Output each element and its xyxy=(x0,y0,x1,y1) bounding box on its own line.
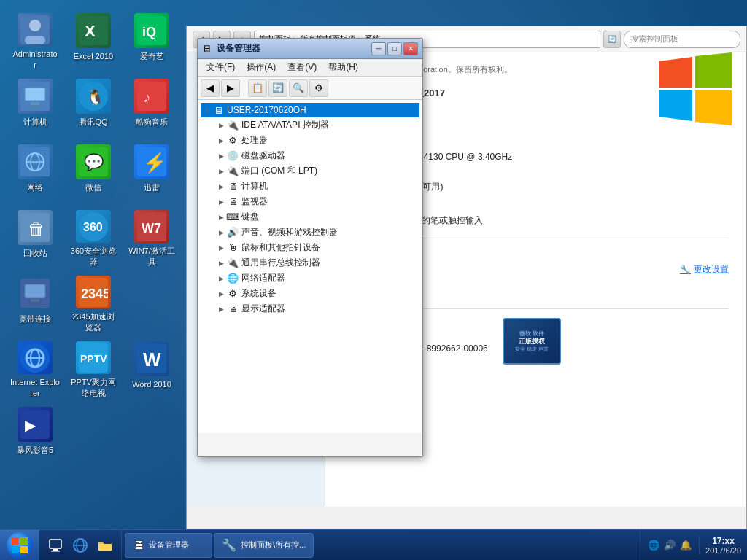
desktop-icon-iqiyi[interactable]: iQ 爱奇艺 xyxy=(124,7,179,73)
tray-network-icon[interactable]: 🌐 xyxy=(646,538,661,553)
menu-view[interactable]: 查看(V) xyxy=(282,60,322,75)
desktop-icon-excel[interactable]: X Excel 2010 xyxy=(66,7,121,73)
network-label: 网络 xyxy=(27,182,43,192)
wechat-label: 微信 xyxy=(85,182,101,192)
svg-rect-46 xyxy=(20,537,28,545)
start-button[interactable] xyxy=(0,530,39,561)
quick-launch xyxy=(39,530,122,560)
desktop-icon-computer[interactable]: 计算机 xyxy=(7,73,63,139)
tree-item-network[interactable]: ▶ 🌐 网络适配器 xyxy=(215,271,419,286)
start-orb xyxy=(7,532,33,559)
iqiyi-icon: iQ xyxy=(134,13,169,48)
tree-item-sound[interactable]: ▶ 🔊 声音、视频和游戏控制器 xyxy=(215,225,419,240)
win7tools-label: WIN7/激活工具 xyxy=(127,246,177,267)
taskbar-item-devmgr[interactable]: 🖥 设备管理器 xyxy=(125,533,212,558)
desktop-icon-administrator[interactable]: Administrator xyxy=(7,7,63,73)
tree-label-system: 系统设备 xyxy=(241,287,276,300)
devmgr-tree-content[interactable]: ▼ 🖥 USER-20170620OH ▶ 🔌 IDE ATA/ATAPI 控制… xyxy=(198,100,422,433)
tree-expand-computer: ▶ xyxy=(215,181,227,192)
broadband-label: 宽带连接 xyxy=(19,314,51,324)
change-settings-button[interactable]: 🔧 更改设置 xyxy=(680,263,729,276)
svg-rect-47 xyxy=(12,546,19,553)
taskbar-cp-icon: 🔧 xyxy=(222,538,236,552)
desktop-icons-container: Administrator X Excel 2010 iQ 爱奇艺 xyxy=(7,7,182,467)
close-button[interactable]: ✕ xyxy=(403,42,418,55)
tree-root[interactable]: ▼ 🖥 USER-20170620OH xyxy=(201,103,419,117)
ql-show-desktop[interactable] xyxy=(44,534,67,557)
windows-logo xyxy=(659,52,732,125)
desktop-icon-xunlei[interactable]: ⚡ 迅雷 xyxy=(124,139,179,204)
window-controls: ─ □ ✕ xyxy=(371,42,418,55)
tree-item-system[interactable]: ▶ ⚙ 系统设备 xyxy=(215,286,419,301)
toolbar-settings[interactable]: ⚙ xyxy=(309,79,328,97)
toolbar-back[interactable]: ◀ xyxy=(201,79,220,97)
desktop-icon-360[interactable]: 360 360安全浏览器 xyxy=(66,204,121,270)
svg-point-1 xyxy=(29,20,41,31)
search-bar[interactable]: 搜索控制面板 xyxy=(624,31,740,48)
tree-item-monitor[interactable]: ▶ 🖥 监视器 xyxy=(215,194,419,209)
clock-area[interactable]: 17:xx 2017/6/20 xyxy=(699,536,747,555)
tree-item-computer[interactable]: ▶ 🖥 计算机 xyxy=(215,179,419,194)
menu-action[interactable]: 操作(A) xyxy=(241,60,282,75)
tree-children: ▶ 🔌 IDE ATA/ATAPI 控制器 ▶ ⚙ 处理器 ▶ 💿 磁盘驱动器 … xyxy=(201,117,419,316)
menu-file[interactable]: 文件(F) xyxy=(201,60,241,75)
tree-expand-display: ▶ xyxy=(215,303,227,315)
toolbar-forward[interactable]: ▶ xyxy=(221,79,240,97)
change-settings-label: 更改设置 xyxy=(694,263,729,276)
desktop-icon-wechat[interactable]: 💬 微信 xyxy=(66,139,121,204)
device-manager-window: 🖥 设备管理器 ─ □ ✕ 文件(F) 操作(A) 查看(V) 帮助(H) ◀ … xyxy=(197,38,423,457)
svg-rect-32 xyxy=(28,302,42,304)
wechat-icon: 💬 xyxy=(76,144,111,179)
minimize-button[interactable]: ─ xyxy=(371,42,386,55)
ql-folder[interactable] xyxy=(93,534,117,557)
tree-icon-keyboard: ⌨ xyxy=(227,211,239,223)
svg-rect-2 xyxy=(25,36,45,44)
tree-label-display: 显示适配器 xyxy=(241,303,285,315)
tray-volume-icon[interactable]: 🔊 xyxy=(662,538,677,553)
tree-item-usb[interactable]: ▶ 🔌 通用串行总线控制器 xyxy=(215,255,419,271)
menu-help[interactable]: 帮助(H) xyxy=(322,60,364,75)
toolbar-scan[interactable]: 🔍 xyxy=(289,79,308,97)
excel-label: Excel 2010 xyxy=(74,51,113,61)
tree-item-display[interactable]: ▶ 🖥 显示适配器 xyxy=(215,301,419,316)
desktop-icon-recycle[interactable]: 🗑 回收站 xyxy=(7,204,63,270)
svg-text:X: X xyxy=(85,22,96,40)
svg-rect-9 xyxy=(31,102,39,105)
desktop-icon-manfen[interactable]: ▶ 暴风影音5 xyxy=(7,401,63,467)
tree-item-ide[interactable]: ▶ 🔌 IDE ATA/ATAPI 控制器 xyxy=(215,117,419,133)
tree-label-sound: 声音、视频和游戏控制器 xyxy=(241,226,338,238)
tree-label-network: 网络适配器 xyxy=(241,272,285,284)
desktop-icon-kuwo[interactable]: ♪ 酷狗音乐 xyxy=(124,73,179,139)
ql-ie[interactable] xyxy=(69,534,92,557)
desktop-icon-pptv[interactable]: PPTV PPTV聚力网络电视 xyxy=(66,335,121,401)
desktop-icon-ie[interactable]: Internet Explorer xyxy=(7,335,63,401)
tree-item-port[interactable]: ▶ 🔌 端口 (COM 和 LPT) xyxy=(215,163,419,179)
refresh-button[interactable]: 🔄 xyxy=(603,31,621,48)
desktop-icon-word2010[interactable]: W Word 2010 xyxy=(124,335,179,401)
svg-rect-55 xyxy=(98,544,112,551)
desktop-icon-broadband[interactable]: 宽带连接 xyxy=(7,270,63,335)
qq-icon: 🐧 xyxy=(76,79,111,114)
tree-expand-root: ▼ xyxy=(201,104,212,116)
2345-icon: 2345 xyxy=(76,276,111,308)
toolbar-update[interactable]: 🔄 xyxy=(268,79,287,97)
tree-label-disk: 磁盘驱动器 xyxy=(241,149,285,162)
maximize-button[interactable]: □ xyxy=(387,42,402,55)
tree-item-keyboard[interactable]: ▶ ⌨ 键盘 xyxy=(215,209,419,225)
tree-expand-network: ▶ xyxy=(215,273,227,284)
svg-text:iQ: iQ xyxy=(142,25,156,39)
toolbar-sep-1 xyxy=(244,81,244,96)
tray-notification-icon[interactable]: 🔔 xyxy=(678,538,693,553)
tree-icon-computer: 🖥 xyxy=(227,181,239,192)
tree-label-monitor: 监视器 xyxy=(241,195,268,208)
taskbar-item-controlpanel[interactable]: 🔧 控制面板\所有控... xyxy=(214,533,314,558)
desktop-icon-2345[interactable]: 2345 2345加速浏览器 xyxy=(66,270,121,335)
tree-item-processor[interactable]: ▶ ⚙ 处理器 xyxy=(215,133,419,148)
tree-item-mouse[interactable]: ▶ 🖱 鼠标和其他指针设备 xyxy=(215,240,419,255)
tree-item-disk[interactable]: ▶ 💿 磁盘驱动器 xyxy=(215,148,419,163)
svg-text:⚡: ⚡ xyxy=(143,151,166,174)
desktop-icon-network[interactable]: 网络 xyxy=(7,139,63,204)
desktop-icon-win7tools[interactable]: W7 WIN7/激活工具 xyxy=(124,204,179,270)
toolbar-properties[interactable]: 📋 xyxy=(248,79,267,97)
desktop-icon-qq[interactable]: 🐧 腾讯QQ xyxy=(66,73,121,139)
